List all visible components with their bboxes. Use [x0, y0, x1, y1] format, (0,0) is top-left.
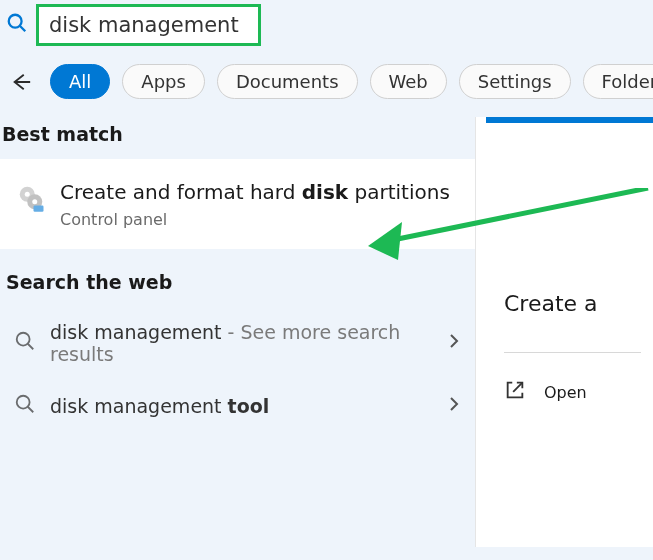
best-match-title: Create and format hard disk partitions: [60, 179, 450, 206]
search-input[interactable]: [49, 13, 248, 37]
search-web-heading: Search the web: [0, 249, 475, 307]
results-left: Best match Create and format hard disk p…: [0, 117, 475, 547]
chevron-right-icon: [447, 333, 461, 353]
search-box: [36, 4, 261, 46]
svg-line-1: [20, 26, 26, 32]
preview-pane: Create a Open: [475, 117, 653, 547]
tab-all[interactable]: All: [50, 64, 110, 99]
search-bar: [0, 0, 653, 50]
tab-settings[interactable]: Settings: [459, 64, 571, 99]
preview-title: Create a: [504, 291, 641, 316]
best-match-text: Create and format hard disk partitions C…: [60, 179, 450, 229]
svg-point-4: [25, 192, 30, 197]
open-action[interactable]: Open: [504, 379, 641, 405]
svg-point-7: [17, 333, 30, 346]
tab-documents[interactable]: Documents: [217, 64, 358, 99]
gear-icon: [16, 179, 46, 217]
content: Best match Create and format hard disk p…: [0, 117, 653, 547]
web-result-2[interactable]: disk management tool: [0, 379, 475, 433]
web-result-text: disk management - See more search result…: [50, 321, 433, 365]
open-label: Open: [544, 383, 587, 402]
filter-tabs: All Apps Documents Web Settings Folders: [0, 50, 653, 117]
tab-web[interactable]: Web: [370, 64, 447, 99]
search-icon: [14, 393, 36, 419]
svg-rect-6: [34, 206, 44, 212]
best-match-subtitle: Control panel: [60, 210, 450, 229]
back-button[interactable]: [10, 68, 32, 96]
tab-folders[interactable]: Folders: [583, 64, 653, 99]
chevron-right-icon: [447, 396, 461, 416]
divider: [504, 352, 641, 353]
open-external-icon: [504, 379, 526, 405]
web-result-text: disk management tool: [50, 395, 433, 417]
svg-point-5: [32, 199, 37, 204]
svg-line-8: [28, 344, 34, 350]
tab-apps[interactable]: Apps: [122, 64, 205, 99]
svg-line-10: [28, 407, 34, 413]
web-result-1[interactable]: disk management - See more search result…: [0, 307, 475, 379]
best-match-heading: Best match: [0, 123, 475, 159]
svg-point-9: [17, 396, 30, 409]
search-icon: [6, 12, 28, 38]
search-icon: [14, 330, 36, 356]
best-match-item[interactable]: Create and format hard disk partitions C…: [0, 159, 475, 249]
svg-point-0: [9, 15, 22, 28]
